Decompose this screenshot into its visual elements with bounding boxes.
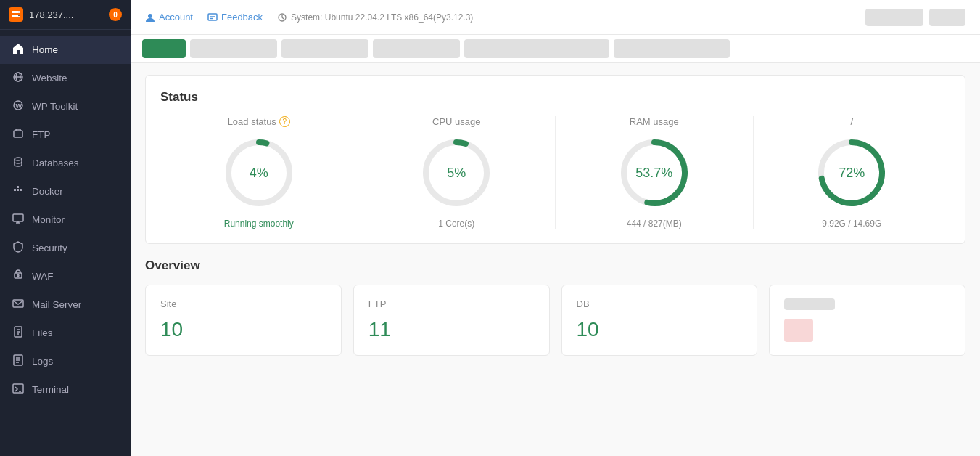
server-name: 178.237.... (29, 9, 73, 20)
overview-card-ftp: FTP11 (353, 285, 550, 356)
card-placeholder-label (784, 298, 835, 310)
overview-title: Overview (145, 258, 965, 273)
gauge-ram-usage-container: 53.7% (614, 133, 694, 213)
monitor-icon (12, 213, 25, 227)
mail-server-icon (12, 298, 25, 312)
svg-point-10 (15, 158, 22, 160)
gauge-cpu-usage-label: CPU usage (432, 116, 480, 127)
sidebar-item-ftp[interactable]: FTP (0, 121, 131, 149)
gauge-load-status-value: 4% (250, 166, 268, 181)
topbar-placeholder-2 (929, 9, 965, 26)
gauge-disk-usage-label: / (850, 116, 853, 127)
ftp-icon (12, 128, 25, 142)
waf-icon (12, 269, 25, 283)
svg-point-2 (18, 12, 20, 13)
files-icon (12, 326, 25, 340)
svg-rect-18 (13, 300, 23, 307)
sidebar-item-waf[interactable]: WAF (0, 262, 131, 290)
tab-placeholder-4[interactable] (464, 39, 609, 58)
home-label: Home (32, 44, 58, 55)
tab-placeholder-1[interactable] (190, 39, 277, 58)
tab-active[interactable] (142, 39, 186, 58)
svg-point-28 (148, 14, 152, 18)
sidebar-nav: HomeWebsiteWWP ToolkitFTPDatabasesDocker… (0, 30, 131, 410)
sidebar-item-logs[interactable]: Logs (0, 347, 131, 375)
card-ftp-label: FTP (368, 298, 535, 309)
svg-rect-16 (15, 273, 22, 278)
gauge-cpu-usage-value: 5% (447, 166, 466, 181)
ftp-label: FTP (32, 129, 51, 140)
databases-icon (12, 156, 25, 170)
mail-server-label: Mail Server (32, 299, 81, 310)
info-icon[interactable]: ? (279, 116, 290, 127)
overview-cards: Site10FTP11DB10 (145, 285, 965, 356)
svg-rect-11 (14, 189, 16, 191)
sidebar-item-terminal[interactable]: Terminal (0, 375, 131, 404)
docker-icon (12, 184, 25, 198)
gauge-disk-usage-container: 72% (812, 133, 892, 213)
sidebar-item-mail-server[interactable]: Mail Server (0, 290, 131, 319)
files-label: Files (32, 327, 53, 338)
sidebar-item-files[interactable]: Files (0, 319, 131, 347)
tab-placeholder-3[interactable] (373, 39, 460, 58)
sidebar-header: 178.237.... 0 (0, 0, 131, 30)
svg-rect-15 (13, 214, 23, 221)
gauge-cpu-usage: CPU usage5%1 Core(s) (358, 116, 556, 229)
terminal-icon (12, 383, 25, 396)
security-label: Security (32, 243, 67, 253)
account-label: Account (159, 12, 193, 23)
feedback-link[interactable]: Feedback (207, 12, 263, 23)
sidebar-item-wp-toolkit[interactable]: WWP Toolkit (0, 92, 131, 121)
svg-point-3 (18, 15, 20, 17)
gauge-ram-usage: RAM usage53.7%444 / 827(MB) (556, 116, 753, 229)
sidebar: 178.237.... 0 HomeWebsiteWWP ToolkitFTPD… (0, 0, 131, 456)
card-db-value: 10 (577, 318, 743, 341)
gauge-load-status-container: 4% (219, 133, 299, 213)
terminal-label: Terminal (32, 384, 69, 395)
gauges-row: Load status?4%Running smoothlyCPU usage5… (160, 116, 950, 229)
monitor-label: Monitor (32, 214, 65, 225)
svg-rect-14 (17, 186, 19, 188)
gauge-cpu-usage-subtext: 1 Core(s) (438, 219, 474, 229)
account-link[interactable]: Account (145, 12, 193, 23)
system-info-text: System: Ubuntu 22.04.2 LTS x86_64(Py3.12… (291, 12, 473, 23)
website-label: Website (32, 73, 67, 84)
wp-toolkit-label: WP Toolkit (32, 101, 78, 112)
svg-rect-12 (17, 189, 19, 191)
topbar: Account Feedback System: Ubuntu 22.04.2 … (131, 0, 980, 35)
gauge-disk-usage-subtext: 9.92G / 14.69G (822, 219, 881, 229)
sidebar-item-monitor[interactable]: Monitor (0, 205, 131, 234)
sidebar-item-databases[interactable]: Databases (0, 149, 131, 177)
card-ftp-value: 11 (368, 318, 535, 341)
waf-label: WAF (32, 271, 54, 282)
gauge-cpu-usage-container: 5% (416, 133, 496, 213)
gauge-load-status-subtext: Running smoothly (224, 219, 294, 229)
card-placeholder-value (784, 319, 813, 342)
server-icon (9, 7, 23, 22)
gauge-ram-usage-value: 53.7% (635, 166, 672, 181)
overview-section: Overview Site10FTP11DB10 (145, 258, 965, 356)
sidebar-item-security[interactable]: Security (0, 234, 131, 262)
tab-placeholder-5[interactable] (614, 39, 730, 58)
svg-rect-13 (20, 189, 22, 191)
card-site-label: Site (160, 298, 326, 309)
content-area: Status Load status?4%Running smoothlyCPU… (131, 63, 980, 456)
gauge-ram-usage-label: RAM usage (630, 116, 679, 127)
gauge-load-status: Load status?4%Running smoothly (160, 116, 358, 229)
gauge-load-status-label: Load status? (228, 116, 290, 127)
home-icon (12, 43, 25, 57)
svg-rect-9 (14, 131, 22, 137)
sidebar-item-docker[interactable]: Docker (0, 177, 131, 205)
system-info: System: Ubuntu 22.04.2 LTS x86_64(Py3.12… (277, 12, 473, 23)
sidebar-item-home[interactable]: Home (0, 36, 131, 64)
overview-card-other (769, 285, 965, 356)
gauge-ram-usage-subtext: 444 / 827(MB) (627, 219, 682, 229)
sidebar-item-website[interactable]: Website (0, 64, 131, 92)
wp-toolkit-icon: W (12, 99, 25, 113)
card-site-value: 10 (160, 318, 326, 341)
databases-label: Databases (32, 158, 79, 168)
security-icon (12, 241, 25, 255)
feedback-label: Feedback (221, 12, 263, 23)
tab-placeholder-2[interactable] (281, 39, 368, 58)
card-db-label: DB (577, 298, 743, 309)
